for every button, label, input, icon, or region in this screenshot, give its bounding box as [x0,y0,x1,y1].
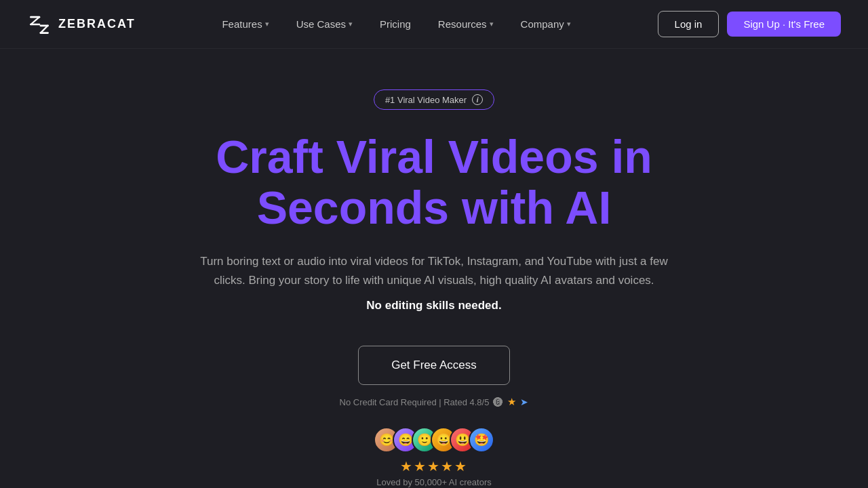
logo-text: ZEBRACAT [58,17,136,31]
hero-section: #1 Viral Video Maker i Craft Viral Video… [0,49,868,488]
login-button[interactable]: Log in [658,11,719,37]
stars-row: ★★★★★ [400,458,468,474]
signup-button[interactable]: Sign Up · It's Free [727,12,841,37]
hero-no-skills: No editing skills needed. [366,296,501,316]
hero-description-text: Turn boring text or audio into viral vid… [200,255,668,287]
hero-title-line2: Seconds with AI [257,182,612,233]
nav-links: Features ▾ Use Cases ▾ Pricing Resources… [211,13,581,35]
nav-use-cases[interactable]: Use Cases ▾ [285,13,363,35]
get-free-access-button[interactable]: Get Free Access [358,346,510,385]
no-skills-text: No editing skills needed. [366,299,501,312]
chevron-down-icon: ▾ [349,20,353,28]
nav-company-label: Company [521,18,564,30]
avatar: 🤩 [469,427,494,453]
navbar: ZEBRACAT Features ▾ Use Cases ▾ Pricing … [0,0,868,49]
nav-company[interactable]: Company ▾ [510,13,582,35]
hero-description: Turn boring text or audio into viral vid… [190,252,678,291]
info-icon: i [472,94,483,105]
hero-cta: Get Free Access [358,346,510,385]
nav-features[interactable]: Features ▾ [211,13,279,35]
loved-by-text: Loved by 50,000+ AI creators [376,477,491,487]
avatar-face: 🤩 [470,428,493,451]
social-proof: 😊 😄 🙂 😀 😃 🤩 ★★★★★ Loved by 50,000+ AI cr… [374,427,494,487]
logo[interactable]: ZEBRACAT [27,12,136,37]
nav-actions: Log in Sign Up · It's Free [658,11,841,37]
chevron-down-icon: ▾ [265,20,269,28]
no-credit-card-text: No Credit Card Required | Rated 4.8/5 [340,397,490,407]
hero-subcopy: No Credit Card Required | Rated 4.8/5 🅖 … [340,396,529,408]
google-icon: 🅖 [493,396,503,408]
hero-title: Craft Viral Videos in Seconds with AI [216,131,652,233]
star-ratings: ★★★★★ [400,458,468,474]
star-icon: ★ [507,396,516,408]
nav-pricing-label: Pricing [380,18,411,30]
nav-resources-label: Resources [438,18,487,30]
nav-features-label: Features [222,18,262,30]
nav-resources[interactable]: Resources ▾ [427,13,505,35]
badge-label: #1 Viral Video Maker [385,95,467,105]
zebracat-logo-icon [27,12,52,37]
chevron-down-icon: ▾ [490,20,494,28]
nav-pricing[interactable]: Pricing [369,13,422,35]
viral-video-badge[interactable]: #1 Viral Video Maker i [374,89,494,110]
nav-use-cases-label: Use Cases [296,18,346,30]
arrow-icon: ➤ [520,396,528,407]
hero-title-line1: Craft Viral Videos in [216,131,652,182]
chevron-down-icon: ▾ [567,20,571,28]
avatar-group: 😊 😄 🙂 😀 😃 🤩 [374,427,494,453]
